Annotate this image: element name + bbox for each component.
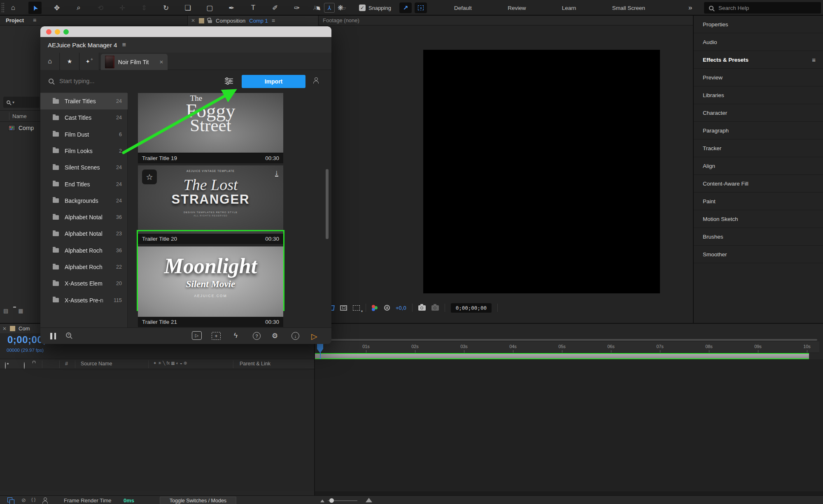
panel-tab-audio[interactable]: Audio: [694, 33, 823, 51]
category-silent-scenes[interactable]: Silent Scenes 24: [40, 159, 128, 176]
panel-tab-preview[interactable]: Preview: [694, 69, 823, 86]
category-film-dust[interactable]: Film Dust 6: [40, 126, 128, 143]
category-x-assets-elem[interactable]: X-Assets Elem 20: [40, 275, 128, 292]
pen-tool[interactable]: ✒: [225, 2, 238, 14]
selection-tool[interactable]: ➤: [28, 2, 42, 14]
home-button[interactable]: ⌂: [40, 53, 60, 70]
panel-tab-tracker[interactable]: Tracker: [694, 139, 823, 157]
composition-panel-menu-icon[interactable]: ≡: [272, 17, 275, 24]
composition-timecode[interactable]: 0;00;00;00: [451, 303, 492, 313]
close-icon[interactable]: ✕: [2, 326, 7, 332]
panel-menu-icon[interactable]: ≡: [812, 56, 816, 63]
panel-tab-paragraph[interactable]: Paragraph: [694, 122, 823, 139]
video-eye-icon[interactable]: [5, 362, 6, 369]
orbit-camera-tool[interactable]: ⟲: [94, 2, 107, 14]
world-axis-mode[interactable]: ⅄: [324, 3, 335, 13]
unlock-icon[interactable]: [208, 20, 212, 23]
downloads-icon[interactable]: ↓: [291, 332, 299, 340]
help-search-input[interactable]: Search Help: [704, 2, 821, 14]
close-icon[interactable]: ✕: [159, 59, 163, 65]
snap-along-edges-button[interactable]: ↗: [399, 2, 412, 13]
panel-tab-content-aware-fill[interactable]: Content-Aware Fill: [694, 175, 823, 193]
channel-rgb-icon[interactable]: [372, 305, 375, 308]
camera-tool[interactable]: ❏: [181, 2, 194, 14]
solo-icon[interactable]: [24, 362, 25, 369]
account-person-icon[interactable]: [313, 77, 319, 84]
download-icon[interactable]: ↓: [275, 170, 279, 177]
panel-tab-align[interactable]: Align: [694, 157, 823, 175]
pack-list-scrollbar[interactable]: [326, 169, 329, 239]
pause-icon[interactable]: [50, 333, 56, 339]
zoom-in-mountain-icon[interactable]: [366, 498, 372, 502]
workspace-tab-small-screen[interactable]: Small Screen: [609, 3, 648, 13]
preview-player-icon[interactable]: ▷: [192, 331, 202, 340]
panel-tab-motion-sketch[interactable]: Motion Sketch: [694, 210, 823, 228]
pack-item-trailer-title-21[interactable]: Moonlight Silent Movie AEJUICE.COM Trail…: [138, 246, 283, 327]
category-alphabet-roch[interactable]: Alphabet Roch 36: [40, 242, 128, 259]
mini-flowchart-icon[interactable]: [7, 497, 12, 502]
draft-3d-icon[interactable]: ⊘: [21, 497, 26, 503]
lightning-icon[interactable]: ϟ: [234, 332, 238, 340]
wireframe-person-icon[interactable]: [42, 497, 48, 504]
category-cast-titles[interactable]: Cast Titles 24: [40, 109, 128, 126]
layer-switch-icon[interactable]: ☀: [158, 361, 161, 365]
home-tool[interactable]: ⌂: [7, 2, 20, 14]
source-name-column[interactable]: Source Name: [81, 361, 112, 367]
category-x-assets-pre-n[interactable]: X-Assets Pre-n 115: [40, 292, 128, 309]
zoom-tool[interactable]: ⌕: [72, 2, 85, 14]
toggle-switches-modes-button[interactable]: Toggle Switches / Modes: [160, 497, 236, 504]
time-navigator-bar[interactable]: [320, 339, 817, 341]
close-icon[interactable]: ✕: [191, 18, 195, 23]
workspace-tab-review[interactable]: Review: [504, 3, 529, 13]
rotation-tool[interactable]: ↻: [159, 2, 173, 14]
snapshot-camera-icon[interactable]: [418, 305, 426, 311]
layer-number-column[interactable]: #: [65, 361, 68, 367]
workspace-overflow-button[interactable]: »: [688, 0, 692, 16]
pack-search-input[interactable]: Start typing...: [59, 78, 94, 84]
timeline-horizontal-scrollbar[interactable]: [315, 491, 823, 495]
layer-switch-icon[interactable]: ◒: [180, 361, 182, 365]
time-ruler[interactable]: 01s02s03s04s05s06s07s08s09s10s: [315, 341, 819, 353]
brush-tool[interactable]: ✐: [268, 2, 282, 14]
work-area-bar[interactable]: [315, 353, 809, 359]
workspace-tab-learn[interactable]: Learn: [559, 3, 580, 13]
hand-tool[interactable]: ✥: [50, 2, 63, 14]
panel-tab-smoother[interactable]: Smoother: [694, 246, 823, 263]
snap-to-features-button[interactable]: [415, 2, 427, 13]
composition-tab[interactable]: ✕ Composition Comp 1 ≡: [188, 16, 318, 26]
settings-gear-icon[interactable]: ⚙: [272, 332, 278, 340]
parent-link-column[interactable]: Parent & Link: [240, 361, 270, 367]
project-flowchart-icon[interactable]: ▤: [3, 308, 8, 314]
category-alphabet-notal[interactable]: Alphabet Notal 36: [40, 209, 128, 225]
snapping-checkbox[interactable]: ✓: [359, 5, 366, 11]
pack-item-trailer-title-19[interactable]: The Foggy Street Trailer Title 19 00:30: [138, 93, 283, 163]
timeline-layer-list-area[interactable]: [0, 369, 314, 491]
close-window-button[interactable]: [46, 29, 51, 35]
zoom-out-mountain-icon[interactable]: [320, 499, 324, 502]
panel-tab-libraries[interactable]: Libraries: [694, 86, 823, 104]
panel-tab-properties[interactable]: Properties: [694, 16, 823, 33]
favorites-star-button[interactable]: ★: [60, 53, 79, 70]
aejuice-logo-icon[interactable]: ▷: [311, 332, 317, 341]
panel-tab-paint[interactable]: Paint: [694, 193, 823, 210]
panel-tab-brushes[interactable]: Brushes: [694, 228, 823, 246]
help-icon[interactable]: ?: [253, 332, 261, 340]
expressions-icon[interactable]: { }: [31, 497, 35, 502]
composition-viewer[interactable]: [423, 50, 660, 293]
filter-sliders-icon[interactable]: [224, 77, 233, 85]
exposure-icon[interactable]: [384, 305, 390, 311]
pan-camera-tool[interactable]: ✛: [116, 2, 129, 14]
maximize-window-button[interactable]: [63, 29, 69, 35]
toolbar-drag-handle[interactable]: [1, 2, 5, 13]
rectangle-tool[interactable]: ▢: [203, 2, 216, 14]
project-search-input[interactable]: ▾: [3, 97, 40, 108]
dolly-camera-tool[interactable]: ⇕: [138, 2, 151, 14]
new-sparkle-button[interactable]: ✦✧: [80, 53, 99, 70]
minimize-window-button[interactable]: [55, 29, 60, 35]
type-tool[interactable]: T: [247, 2, 260, 14]
project-panel-menu-icon[interactable]: ≡: [33, 17, 36, 23]
category-film-looks[interactable]: Film Looks 2: [40, 143, 128, 159]
layer-switch-icon[interactable]: ◐: [176, 361, 179, 365]
layer-switch-icon[interactable]: ✦: [153, 361, 156, 365]
zoom-in-icon[interactable]: +: [66, 332, 71, 339]
